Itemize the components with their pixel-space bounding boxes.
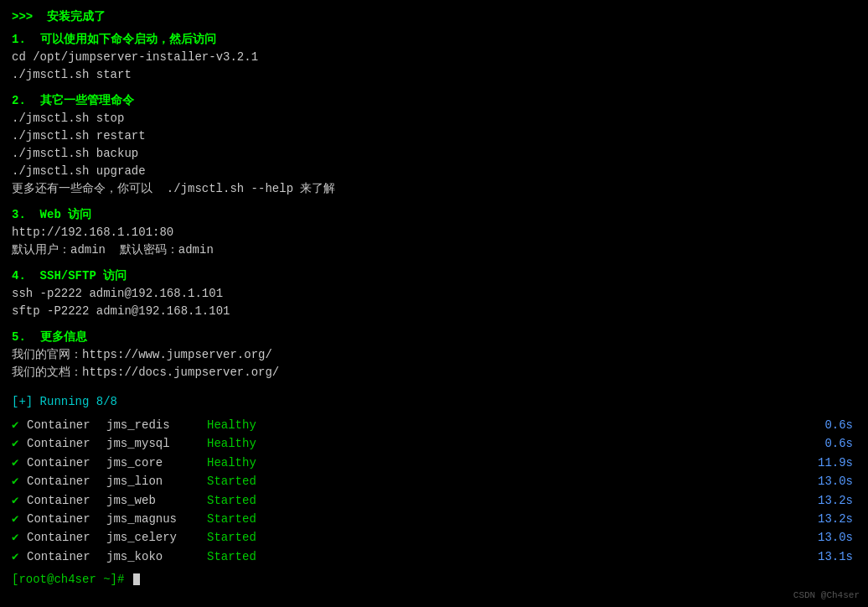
status-badge: Started xyxy=(207,547,278,566)
section1-heading: 1. 可以使用如下命令启动，然后访问 xyxy=(12,31,856,49)
time-value: 0.6s xyxy=(824,416,856,434)
table-row: ✔ Container jms_celery Started 13.0s xyxy=(12,528,856,547)
container-label: Container xyxy=(27,528,106,547)
check-icon: ✔ xyxy=(12,547,27,566)
container-name: jms_redis xyxy=(106,416,207,434)
check-icon: ✔ xyxy=(12,510,27,528)
status-badge: Healthy xyxy=(207,416,278,434)
container-label: Container xyxy=(27,547,106,566)
time-value: 0.6s xyxy=(824,434,856,453)
section5-heading: 5. 更多信息 xyxy=(12,329,856,346)
status-badge: Healthy xyxy=(207,434,278,453)
time-value: 11.9s xyxy=(818,454,856,472)
section1: 1. 可以使用如下命令启动，然后访问 cd /opt/jumpserver-in… xyxy=(12,31,856,84)
section2-line2: ./jmsctl.sh restart xyxy=(12,127,856,145)
time-value: 13.2s xyxy=(818,491,856,510)
container-name: jms_koko xyxy=(106,547,207,566)
section4: 4. SSH/SFTP 访问 ssh -p2222 admin@192.168.… xyxy=(12,267,856,320)
section5: 5. 更多信息 我们的官网：https://www.jumpserver.org… xyxy=(12,329,856,381)
container-name: jms_celery xyxy=(106,528,207,547)
running-label: [+] Running 8/8 xyxy=(12,393,856,411)
status-badge: Started xyxy=(207,528,278,547)
prompt-line[interactable]: [root@ch4ser ~]# xyxy=(12,571,856,589)
status-badge: Healthy xyxy=(207,454,278,472)
section1-line2: ./jmsctl.sh start xyxy=(12,66,856,84)
table-row: ✔ Container jms_core Healthy 11.9s xyxy=(12,454,856,472)
time-value: 13.0s xyxy=(818,472,856,490)
status-badge: Started xyxy=(207,472,278,490)
install-complete-header: >>> 安装完成了 xyxy=(12,8,856,26)
check-icon: ✔ xyxy=(12,454,27,472)
section4-heading: 4. SSH/SFTP 访问 xyxy=(12,267,856,285)
section3-line2: 默认用户：admin 默认密码：admin xyxy=(12,241,856,259)
status-badge: Started xyxy=(207,491,278,510)
container-name: jms_core xyxy=(106,454,207,472)
section3: 3. Web 访问 http://192.168.1.101:80 默认用户：a… xyxy=(12,206,856,259)
container-name: jms_mysql xyxy=(106,434,207,453)
container-label: Container xyxy=(27,434,106,453)
section2: 2. 其它一些管理命令 ./jmsctl.sh stop ./jmsctl.sh… xyxy=(12,92,856,198)
container-name: jms_lion xyxy=(106,472,207,490)
check-icon: ✔ xyxy=(12,416,27,434)
container-table: ✔ Container jms_redis Healthy 0.6s ✔ Con… xyxy=(12,416,856,566)
section3-heading: 3. Web 访问 xyxy=(12,206,856,224)
status-badge: Started xyxy=(207,510,278,528)
section2-line3: ./jmsctl.sh backup xyxy=(12,145,856,163)
table-row: ✔ Container jms_redis Healthy 0.6s xyxy=(12,416,856,434)
watermark: CSDN @Ch4ser xyxy=(793,590,860,600)
container-name: jms_web xyxy=(106,491,207,510)
container-label: Container xyxy=(27,491,106,510)
section1-line1: cd /opt/jumpserver-installer-v3.2.1 xyxy=(12,49,856,66)
section4-line1: ssh -p2222 admin@192.168.1.101 xyxy=(12,285,856,303)
check-icon: ✔ xyxy=(12,472,27,490)
cursor xyxy=(133,573,140,585)
container-label: Container xyxy=(27,472,106,490)
container-label: Container xyxy=(27,454,106,472)
section2-line4: ./jmsctl.sh upgrade xyxy=(12,163,856,180)
table-row: ✔ Container jms_mysql Healthy 0.6s xyxy=(12,434,856,453)
table-row: ✔ Container jms_lion Started 13.0s xyxy=(12,472,856,490)
table-row: ✔ Container jms_web Started 13.2s xyxy=(12,491,856,510)
section5-line1: 我们的官网：https://www.jumpserver.org/ xyxy=(12,346,856,364)
section4-line2: sftp -P2222 admin@192.168.1.101 xyxy=(12,303,856,320)
section3-line1: http://192.168.1.101:80 xyxy=(12,224,856,241)
check-icon: ✔ xyxy=(12,528,27,547)
check-icon: ✔ xyxy=(12,434,27,453)
section2-line5: 更多还有一些命令，你可以 ./jmsctl.sh --help 来了解 xyxy=(12,180,856,198)
time-value: 13.1s xyxy=(818,547,856,566)
section2-heading: 2. 其它一些管理命令 xyxy=(12,92,856,110)
container-name: jms_magnus xyxy=(106,510,207,528)
table-row: ✔ Container jms_magnus Started 13.2s xyxy=(12,510,856,528)
section2-line1: ./jmsctl.sh stop xyxy=(12,110,856,127)
container-label: Container xyxy=(27,416,106,434)
table-row: ✔ Container jms_koko Started 13.1s xyxy=(12,547,856,566)
time-value: 13.2s xyxy=(818,510,856,528)
check-icon: ✔ xyxy=(12,491,27,510)
time-value: 13.0s xyxy=(818,528,856,547)
container-label: Container xyxy=(27,510,106,528)
terminal: >>> 安装完成了 1. 可以使用如下命令启动，然后访问 cd /opt/jum… xyxy=(12,8,856,589)
section5-line2: 我们的文档：https://docs.jumpserver.org/ xyxy=(12,364,856,381)
